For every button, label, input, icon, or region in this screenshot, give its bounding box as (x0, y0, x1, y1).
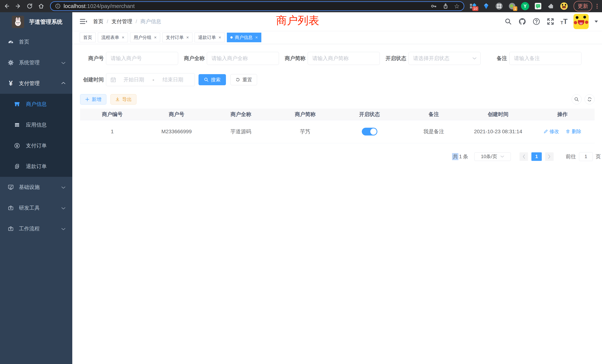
reload-icon[interactable] (26, 2, 33, 10)
breadcrumb: 首页 / 支付管理 / 商户信息 (93, 18, 161, 25)
goto-page-input[interactable] (579, 152, 593, 161)
extension-gem-icon[interactable] (482, 2, 490, 10)
sidebar-item-label: 工作流程 (19, 225, 40, 232)
edit-pencil-icon (544, 129, 548, 134)
forward-icon[interactable] (14, 2, 22, 10)
toolbox-icon (7, 205, 14, 211)
reset-button[interactable]: 重置 (230, 74, 257, 85)
tab-home[interactable]: 首页 (80, 33, 96, 42)
sidebar-item-merchant-info[interactable]: 商户信息 (0, 94, 72, 115)
tags-view-bar: 首页 流程表单 用户分组 支付订单 退款订单 商户信息 (72, 31, 602, 44)
sidebar-item-label: 商户信息 (26, 101, 47, 108)
extension-chat-icon[interactable] (534, 2, 542, 10)
add-button-label: 新增 (92, 96, 101, 103)
full-name-input[interactable] (207, 52, 279, 65)
tab-process-form[interactable]: 流程表单 (98, 33, 128, 42)
next-page-button[interactable] (545, 152, 554, 161)
password-key-icon[interactable] (430, 3, 437, 10)
user-menu-caret-icon[interactable] (595, 21, 598, 23)
prev-page-button[interactable] (519, 152, 528, 161)
tab-merchant-info[interactable]: 商户信息 (227, 33, 261, 42)
pagination-total: 共 1 条 (452, 153, 469, 160)
url-bar[interactable]: localhost:1024/pay/merchant (50, 1, 464, 11)
sidebar-item-infrastructure[interactable]: 基础设施 (0, 177, 72, 198)
sidebar-item-system[interactable]: 系统管理 (0, 52, 72, 73)
close-icon[interactable] (122, 35, 124, 40)
export-button[interactable]: 导出 (110, 94, 136, 105)
payment-submenu: 商户信息 应用信息 支付订单 (0, 94, 72, 177)
bookmark-star-icon[interactable] (454, 2, 460, 10)
help-icon[interactable] (532, 17, 540, 26)
delete-link[interactable]: 删除 (566, 128, 581, 135)
close-icon[interactable] (255, 35, 258, 40)
sidebar-item-pay-order[interactable]: 支付订单 (0, 135, 72, 156)
page-size-select[interactable]: 10条/页 (474, 152, 511, 161)
page-unit-label: 页 (596, 153, 601, 160)
profile-avatar-icon[interactable] (560, 2, 568, 10)
sidebar-item-dev-tools[interactable]: 研发工具 (0, 198, 72, 218)
fullscreen-icon[interactable] (546, 17, 555, 26)
url-text: localhost:1024/pay/merchant (64, 3, 135, 9)
sidebar: 芋道管理系统 首页 系统管理 (0, 12, 72, 364)
sidebar-item-refund-order[interactable]: 退款订单 (0, 156, 72, 177)
browser-extensions: 10 1 Y (469, 2, 568, 10)
chevron-down-icon (61, 226, 66, 232)
extension-command-icon[interactable] (495, 2, 503, 10)
edit-link[interactable]: 修改 (544, 128, 559, 135)
browser-menu-icon[interactable] (597, 4, 598, 9)
font-size-icon[interactable] (560, 18, 568, 25)
page-number-button[interactable]: 1 (531, 152, 542, 161)
breadcrumb-payment[interactable]: 支付管理 (112, 18, 132, 25)
status-toggle[interactable] (362, 128, 377, 136)
home-icon[interactable] (37, 2, 45, 10)
cell-create-time: 2021-10-23 08:31:14 (466, 120, 530, 143)
extensions-puzzle-icon[interactable] (547, 2, 555, 10)
toggle-search-button[interactable] (572, 94, 582, 104)
close-icon[interactable] (218, 35, 221, 40)
sidebar-toggle-icon[interactable] (80, 18, 87, 25)
back-icon[interactable] (3, 2, 10, 10)
tab-user-group[interactable]: 用户分组 (130, 33, 160, 42)
gear-icon (7, 60, 14, 66)
merchant-no-input[interactable] (106, 52, 178, 65)
edit-link-label: 修改 (549, 128, 559, 135)
cell-actions: 修改 删除 (530, 120, 595, 143)
tab-pay-order[interactable]: 支付订单 (162, 33, 192, 42)
table-toolbar: 新增 导出 (80, 94, 595, 105)
add-button[interactable]: 新增 (80, 94, 106, 105)
sidebar-item-workflow[interactable]: 工作流程 (0, 218, 72, 239)
remark-input[interactable] (509, 52, 581, 65)
status-select[interactable]: 请选择开启状态 (408, 52, 481, 65)
sidebar-item-label: 系统管理 (19, 59, 40, 66)
share-icon[interactable] (442, 3, 449, 10)
col-actions: 操作 (530, 109, 595, 120)
tab-refund-order[interactable]: 退款订单 (195, 33, 225, 42)
remark-label: 备注 (483, 55, 507, 62)
col-merchant-no: 商户号 (144, 109, 209, 120)
extension-y-icon[interactable]: Y (521, 2, 529, 10)
extension-tiles-icon[interactable]: 10 (469, 2, 477, 10)
cell-status (337, 120, 402, 143)
user-avatar[interactable] (573, 14, 589, 29)
site-info-icon[interactable] (55, 3, 61, 9)
sidebar-item-app-info[interactable]: 应用信息 (0, 115, 72, 135)
refresh-table-button[interactable] (585, 94, 595, 104)
breadcrumb-home[interactable]: 首页 (93, 18, 103, 25)
chrome-update-button[interactable]: 更新 (574, 1, 592, 11)
search-icon[interactable] (504, 17, 512, 26)
sidebar-item-home[interactable]: 首页 (0, 32, 72, 52)
sidebar-item-payment[interactable]: 支付管理 (0, 73, 72, 94)
monitor-check-icon (7, 184, 14, 190)
sidebar-item-label: 支付管理 (19, 80, 40, 87)
github-icon[interactable] (518, 17, 526, 26)
status-label: 开启状态 (383, 55, 406, 62)
download-icon (115, 97, 120, 102)
table-header-row: 商户编号 商户号 商户全称 商户简称 开启状态 备注 创建时间 操作 (80, 109, 595, 120)
short-name-input[interactable] (308, 52, 380, 65)
close-icon[interactable] (154, 35, 157, 40)
search-button[interactable]: 搜索 (198, 74, 226, 85)
close-icon[interactable] (186, 35, 189, 40)
create-time-range-picker[interactable]: 开始日期 - 结束日期 (106, 73, 195, 86)
app-logo[interactable]: 芋道管理系统 (0, 12, 72, 32)
extension-record-icon[interactable]: 1 (508, 2, 516, 10)
